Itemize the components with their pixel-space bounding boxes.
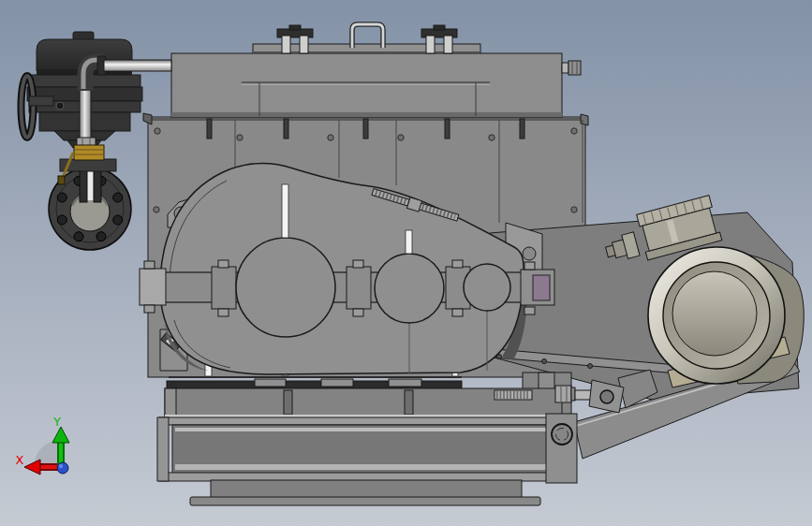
shaft-boss-medium[interactable] <box>375 254 444 323</box>
supply-pipe <box>104 60 171 71</box>
left-shaft-stub <box>140 269 166 305</box>
shaft-boss-small[interactable] <box>464 264 510 311</box>
brass-gland <box>74 145 104 160</box>
ibeam-top-flange <box>159 417 569 425</box>
cad-viewport[interactable]: Y X <box>0 0 812 526</box>
cad-render[interactable]: Y X <box>0 0 812 526</box>
side-plug <box>562 61 581 75</box>
hex-nut <box>555 386 571 402</box>
x-axis-label: X <box>16 453 24 467</box>
base-skirt <box>211 480 522 498</box>
z-axis-marker[interactable] <box>57 462 68 474</box>
foundation-plate <box>190 497 540 505</box>
motor-end-face <box>672 271 757 356</box>
base-end-plate <box>546 414 577 483</box>
y-axis-label: Y <box>52 415 61 429</box>
shaft-boss-large[interactable] <box>236 238 335 337</box>
